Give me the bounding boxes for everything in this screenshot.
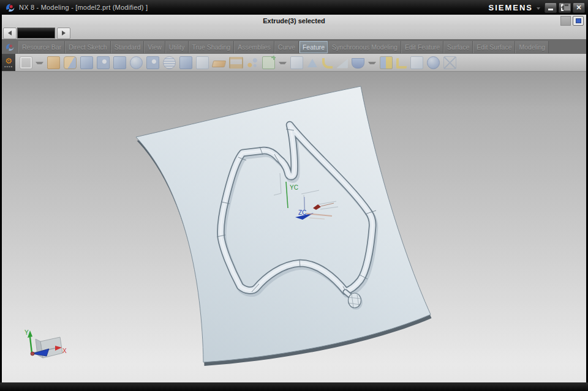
datum-plane-icon[interactable] (262, 56, 275, 69)
tab-true-shading[interactable]: True Shading (189, 41, 235, 53)
unite-icon[interactable] (290, 56, 303, 69)
graphics-window[interactable]: YC ZC Y X (2, 71, 586, 382)
close-icon: ✕ (576, 4, 581, 11)
tab-feature[interactable]: Feature (299, 41, 328, 53)
model-sheet-body[interactable] (136, 86, 431, 362)
status-bar: Extrude(3) selected (2, 15, 586, 28)
feature-toolbar: ⚙ •••• (2, 54, 586, 72)
tab-curve[interactable]: Curve (274, 41, 299, 53)
rib-icon[interactable] (212, 61, 227, 67)
pad-icon[interactable] (179, 56, 192, 69)
extrude-icon[interactable] (47, 56, 60, 69)
boss-icon[interactable] (113, 56, 126, 69)
thread-icon[interactable] (163, 56, 176, 69)
tab-surface[interactable]: Surface (443, 41, 473, 53)
subtract-icon[interactable] (307, 57, 318, 69)
dropdown-caret-icon[interactable] (368, 62, 376, 64)
wcs-z-label: ZC (298, 209, 306, 216)
minimize-icon (548, 9, 553, 10)
window-frame-bottom (0, 382, 588, 391)
sphere-icon[interactable] (427, 56, 440, 69)
tab-edit-surface[interactable]: Edit Surface (473, 41, 515, 53)
thumbnail-panel-icon[interactable] (560, 16, 571, 26)
tab-standard[interactable]: Standard (111, 41, 145, 53)
tab-edit-feature[interactable]: Edit Feature (401, 41, 443, 53)
dropdown-caret-icon[interactable] (279, 62, 287, 64)
forward-arrow-icon (62, 31, 66, 35)
forward-button[interactable] (57, 28, 70, 39)
status-message: Extrude(3) selected (2, 17, 586, 24)
close-button[interactable]: ✕ (573, 2, 585, 13)
back-arrow-icon (8, 31, 12, 35)
tab-modeling[interactable]: Modeling (515, 41, 549, 53)
wcs-y-label: YC (290, 184, 298, 191)
grip-dots: •••• (4, 65, 13, 68)
sketch-icon[interactable] (20, 57, 32, 69)
tab-assemblies[interactable]: Assemblies (234, 41, 274, 53)
restore-window-icon[interactable] (573, 16, 584, 26)
sew-icon[interactable] (380, 56, 393, 69)
tab-view[interactable]: View (144, 41, 165, 53)
dock-panel-icon[interactable] (561, 3, 571, 11)
triad-y-label: Y (24, 329, 29, 336)
title-bar: NX 8 - Modeling - [model2.prt (Modified)… (0, 0, 588, 15)
trim-body-icon[interactable] (352, 58, 364, 69)
chamfer-icon[interactable] (396, 58, 407, 69)
dropdown-caret-icon[interactable] (36, 62, 43, 64)
hole-icon[interactable] (97, 56, 110, 69)
revolve-icon[interactable] (64, 56, 77, 69)
nx-ribbon-icon (4, 42, 15, 53)
tab-direct-sketch[interactable]: Direct Sketch (65, 41, 110, 53)
block-icon[interactable] (80, 56, 93, 69)
triad-x-label: X (62, 348, 67, 354)
view-orientation-triad: Y X (24, 329, 67, 358)
tab-resource-bar[interactable]: Resource Bar (18, 41, 65, 53)
offset-face-icon[interactable] (410, 56, 423, 69)
navigation-bar (2, 27, 586, 40)
edge-blend-icon[interactable] (322, 58, 333, 69)
tab-synchronous-modeling[interactable]: Synchronous Modeling (328, 41, 401, 53)
draft-icon[interactable] (336, 57, 348, 69)
tab-utility[interactable]: Utility (165, 41, 189, 53)
nx-app-icon (5, 2, 15, 13)
resource-bar-strip[interactable]: ⚙ •••• (2, 54, 15, 71)
pocket-icon[interactable] (146, 56, 159, 69)
more-tools-caret-icon[interactable] (537, 7, 540, 10)
minimize-button[interactable] (545, 2, 557, 13)
emboss-icon[interactable] (130, 56, 143, 69)
ribbon-tab-bar: Resource Bar Direct Sketch Standard View… (2, 39, 586, 54)
cue-display (17, 28, 55, 39)
siemens-logo: SIEMENS (488, 3, 533, 12)
point-set-icon[interactable] (247, 57, 258, 69)
window-title: NX 8 - Modeling - [model2.prt (Modified)… (19, 4, 488, 11)
shell-icon[interactable] (196, 56, 209, 69)
toolbar-icons (20, 56, 586, 69)
back-button[interactable] (3, 28, 17, 39)
view-cube-icon[interactable] (443, 56, 456, 69)
slot-icon[interactable] (229, 57, 243, 69)
